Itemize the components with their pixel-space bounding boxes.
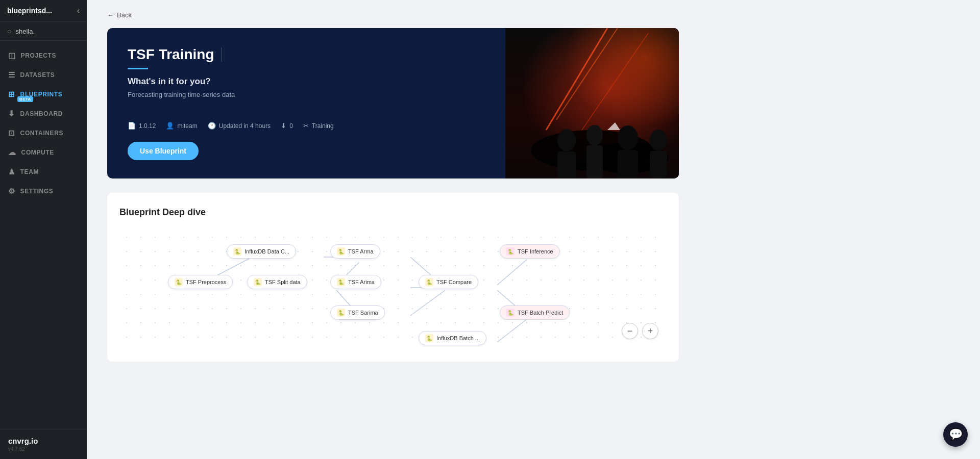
team-meta-icon: 👤	[166, 122, 174, 130]
team-icon: ♟	[8, 167, 15, 176]
blueprints-icon: ⊞	[8, 90, 15, 99]
hero-tagline: What's in it for you?	[128, 76, 485, 87]
flow-node-influxdb-batch: 🐍 InfluxDB Batch ...	[419, 331, 486, 345]
deep-dive-section: Blueprint Deep dive	[107, 193, 679, 362]
flow-node-tsf-sarima: 🐍 TSF Sarima	[330, 305, 385, 320]
sidebar-item-blueprints[interactable]: ⊞ BLUEPRINTS BETA	[0, 85, 87, 104]
sidebar-item-team[interactable]: ♟ TEAM	[0, 162, 87, 182]
chat-icon: 💬	[949, 428, 963, 441]
category-icon: ✂	[303, 122, 309, 130]
user-icon: ○	[7, 27, 11, 35]
hero-image	[505, 28, 679, 178]
node-icon-arima: 🐍	[337, 278, 345, 286]
hero-image-overlay	[505, 28, 679, 178]
hero-content: TSF Training What's in it for you? Forec…	[107, 28, 505, 178]
footer-logo: cnvrg.io	[8, 437, 79, 445]
svg-line-22	[497, 260, 527, 285]
sidebar-item-dashboard[interactable]: ⬇ DASHBOARD	[0, 104, 87, 123]
flow-node-influxdb-data: 🐍 InfluxDB Data C...	[227, 244, 296, 259]
hero-title-divider	[222, 47, 222, 62]
hero-meta: 📄 1.0.12 👤 mlteam 🕐 Updated in 4 hours	[128, 122, 485, 130]
flow-node-tsf-batch-predict: 🐍 TSF Batch Predict	[500, 305, 570, 320]
sidebar-username: sheila.	[15, 28, 35, 35]
svg-line-21	[410, 290, 445, 316]
datasets-icon: ☰	[8, 70, 15, 80]
hero-team: mlteam	[177, 122, 197, 130]
svg-line-24	[497, 319, 527, 342]
flow-node-tsf-arima: 🐍 TSF Arima	[330, 275, 381, 289]
sidebar-item-label-containers: CONTAINERS	[20, 130, 63, 137]
sidebar-item-label-settings: SETTINGS	[20, 188, 54, 195]
hero-description: Forecasting training time-series data	[128, 91, 485, 98]
hero-downloads: 0	[289, 122, 293, 130]
back-label: Back	[117, 11, 132, 19]
hero-title-text: TSF Training	[128, 46, 214, 63]
use-blueprint-button[interactable]: Use Blueprint	[128, 142, 199, 160]
hero-card: TSF Training What's in it for you? Forec…	[107, 28, 679, 178]
node-icon-influxdb-data: 🐍	[233, 247, 241, 256]
flow-diagram[interactable]: 🐍 InfluxDB Data C... 🐍 TSF Preprocess 🐍 …	[119, 230, 667, 347]
flow-node-tsf-split: 🐍 TSF Split data	[247, 275, 307, 289]
download-icon: ⬇	[281, 122, 286, 130]
node-icon-influxdb-batch: 🐍	[425, 334, 433, 342]
deep-dive-title: Blueprint Deep dive	[119, 207, 667, 218]
sidebar-nav: ◫ PROJECTS ☰ DATASETS ⊞ BLUEPRINTS BETA …	[0, 41, 87, 429]
version-icon: 📄	[128, 122, 136, 130]
flow-node-tsf-compare: 🐍 TSF Compare	[419, 275, 478, 289]
sidebar-item-label-datasets: DATASETS	[20, 71, 55, 79]
flow-node-tsf-preprocess: 🐍 TSF Preprocess	[168, 275, 233, 289]
hero-meta-downloads: ⬇ 0	[281, 122, 293, 130]
sidebar-item-compute[interactable]: ☁ COMPUTE	[0, 143, 87, 162]
sidebar-footer: cnvrg.io v4.7.62	[0, 429, 87, 459]
sidebar-item-projects[interactable]: ◫ PROJECTS	[0, 46, 87, 65]
sidebar-user: ○ sheila.	[0, 22, 87, 41]
hero-version: 1.0.12	[139, 122, 156, 130]
sidebar: blueprintsd... ‹ ○ sheila. ◫ PROJECTS ☰ …	[0, 0, 87, 459]
node-icon-inference: 🐍	[506, 247, 514, 256]
zoom-controls: − +	[622, 323, 658, 339]
hero-category: Training	[312, 122, 334, 130]
node-icon-batch-predict: 🐍	[506, 309, 514, 317]
back-link[interactable]: ← Back	[107, 11, 132, 19]
sidebar-item-containers[interactable]: ⊡ CONTAINERS	[0, 123, 87, 143]
node-icon-sarima: 🐍	[337, 309, 345, 317]
sidebar-item-settings[interactable]: ⚙ SETTINGS	[0, 182, 87, 201]
hero-updated: Updated in 4 hours	[219, 122, 271, 130]
zoom-out-button[interactable]: −	[622, 323, 638, 339]
flow-node-tsf-arma: 🐍 TSF Arma	[330, 244, 380, 259]
node-icon-compare: 🐍	[425, 278, 433, 286]
flow-node-tsf-inference: 🐍 TSF Inference	[500, 244, 560, 259]
projects-icon: ◫	[8, 51, 16, 60]
beta-badge: BETA	[17, 96, 33, 102]
clock-icon: 🕐	[208, 122, 216, 130]
main-content: ← Back TSF Training What's in it for you…	[87, 0, 980, 459]
hero-title: TSF Training	[128, 46, 485, 63]
node-icon-arma: 🐍	[337, 247, 345, 256]
zoom-in-button[interactable]: +	[642, 323, 658, 339]
sidebar-item-label-compute: COMPUTE	[21, 149, 54, 156]
node-icon-split: 🐍	[254, 278, 262, 286]
back-arrow-icon: ←	[107, 11, 114, 19]
hero-meta-category: ✂ Training	[303, 122, 334, 130]
sidebar-header: blueprintsd... ‹	[0, 0, 87, 22]
dashboard-icon: ⬇	[8, 109, 15, 118]
chat-bubble-button[interactable]: 💬	[943, 422, 968, 447]
settings-icon: ⚙	[8, 187, 15, 196]
hero-meta-team: 👤 mlteam	[166, 122, 197, 130]
compute-icon: ☁	[8, 148, 16, 157]
sidebar-item-label-dashboard: DASHBOARD	[20, 110, 63, 117]
node-icon-preprocess: 🐍	[175, 278, 183, 286]
sidebar-item-label-team: TEAM	[20, 168, 39, 175]
sidebar-item-label-projects: PROJECTS	[21, 52, 56, 59]
hero-meta-updated: 🕐 Updated in 4 hours	[208, 122, 271, 130]
sidebar-collapse-button[interactable]: ‹	[77, 6, 80, 15]
hero-meta-version: 📄 1.0.12	[128, 122, 156, 130]
hero-tagline-bar	[128, 68, 148, 69]
footer-version: v4.7.62	[8, 446, 79, 452]
sidebar-item-datasets[interactable]: ☰ DATASETS	[0, 65, 87, 85]
sidebar-app-name: blueprintsd...	[7, 7, 52, 15]
containers-icon: ⊡	[8, 129, 15, 138]
